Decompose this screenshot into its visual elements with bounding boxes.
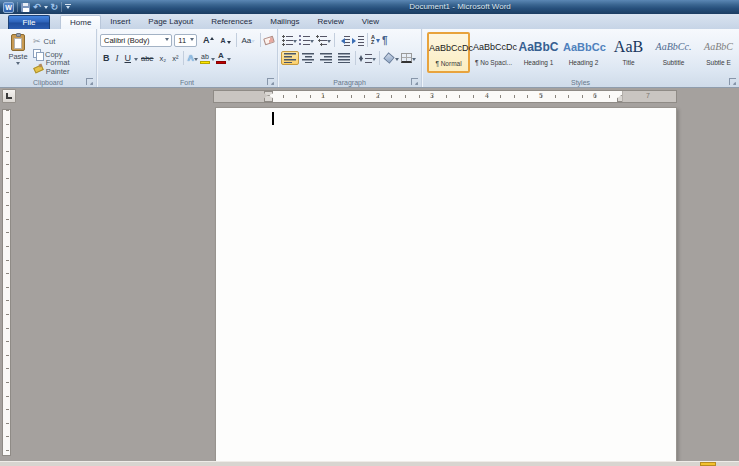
style-normal[interactable]: AaBbCcDc ¶ Normal	[427, 32, 470, 73]
tab-review[interactable]: Review	[309, 15, 353, 29]
tab-mailings[interactable]: Mailings	[261, 15, 308, 29]
show-hide-paragraph-button[interactable]: ¶	[381, 34, 389, 47]
cut-button[interactable]: ✂ Cut	[33, 35, 94, 47]
text-caret	[272, 112, 274, 125]
tab-page-layout[interactable]: Page Layout	[139, 15, 202, 29]
tab-home[interactable]: Home	[60, 15, 101, 29]
increase-indent-button[interactable]	[351, 34, 365, 47]
ribbon-tab-row: File Home Insert Page Layout References …	[0, 14, 739, 29]
format-painter-button[interactable]: Format Painter	[33, 61, 94, 73]
styles-group-label: Styles	[422, 79, 739, 86]
superscript-button[interactable]: x²	[169, 51, 181, 65]
shading-icon	[383, 52, 394, 63]
clear-formatting-button[interactable]	[263, 36, 275, 45]
chevron-down-icon	[190, 38, 194, 43]
shading-button[interactable]	[382, 52, 400, 64]
clipboard-group: Paste ✂ Cut Copy Format Painter Clipboar…	[0, 29, 97, 87]
vertical-ruler	[2, 109, 11, 456]
change-case-button[interactable]: Aa	[238, 33, 258, 47]
document-area	[0, 106, 739, 461]
italic-button[interactable]: I	[113, 51, 122, 65]
line-spacing-icon	[359, 53, 372, 64]
ruler-text-area: 1 2 3 4 5 6	[269, 91, 622, 102]
font-size-select[interactable]: 11	[174, 34, 197, 47]
style-heading-2[interactable]: AaBbCc Heading 2	[562, 32, 605, 73]
customize-qat-icon[interactable]	[65, 4, 71, 11]
font-color-icon: A	[218, 52, 224, 60]
tab-references[interactable]: References	[202, 15, 261, 29]
text-effects-button[interactable]: A	[186, 52, 199, 64]
chevron-down-icon	[194, 58, 198, 63]
font-name-value: Calibri (Body)	[104, 36, 149, 45]
divider	[334, 33, 335, 47]
tab-insert[interactable]: Insert	[101, 15, 139, 29]
word-window: W ↶ ↻ Document1 - Microsoft Word File Ho…	[0, 0, 739, 466]
cut-icon: ✂	[33, 37, 41, 46]
ruler-number: 4	[485, 92, 489, 99]
window-title: Document1 - Microsoft Word	[180, 2, 739, 11]
clipboard-group-label: Clipboard	[0, 79, 96, 86]
borders-icon	[401, 53, 412, 63]
font-dialog-launcher-icon[interactable]	[267, 78, 274, 85]
style-title[interactable]: AaB Title	[607, 32, 650, 73]
subscript-button[interactable]: x₂	[157, 51, 170, 65]
document-page[interactable]	[215, 107, 677, 461]
grow-caret-icon	[210, 35, 214, 40]
tab-stop-selector[interactable]	[2, 89, 16, 103]
save-icon[interactable]	[21, 3, 30, 12]
justify-icon	[338, 53, 350, 63]
style-heading-1[interactable]: AaBbC Heading 1	[517, 32, 560, 73]
redo-icon[interactable]: ↻	[51, 2, 59, 12]
style-subtitle[interactable]: AaBbCc. Subtitle	[652, 32, 695, 73]
style-subtle-emphasis[interactable]: AaBbC Subtle E	[697, 32, 739, 73]
chevron-down-icon	[327, 40, 331, 45]
tab-file[interactable]: File	[8, 15, 50, 29]
multilevel-list-button[interactable]	[315, 34, 332, 47]
divider	[367, 33, 368, 47]
chevron-down-icon	[251, 40, 255, 45]
paste-label: Paste	[8, 52, 27, 61]
paragraph-dialog-launcher-icon[interactable]	[411, 78, 418, 85]
font-group: Calibri (Body) 11 A A Aa B I U abe x₂ x²	[97, 29, 278, 87]
font-color-button[interactable]: A	[215, 51, 227, 65]
highlight-button[interactable]: ab	[199, 52, 211, 65]
strikethrough-button[interactable]: abe	[138, 51, 157, 65]
undo-icon[interactable]: ↶	[33, 2, 41, 12]
sort-button[interactable]: AZ	[370, 34, 381, 46]
font-color-dropdown-icon[interactable]	[227, 58, 231, 63]
ribbon: Paste ✂ Cut Copy Format Painter Clipboar…	[0, 29, 739, 88]
tab-view[interactable]: View	[353, 15, 388, 29]
taskbar-notification-icon[interactable]	[700, 462, 716, 466]
align-left-button[interactable]	[281, 51, 299, 65]
decrease-indent-icon	[338, 35, 350, 46]
format-painter-icon	[33, 62, 43, 72]
chevron-down-icon	[412, 58, 416, 63]
paste-dropdown-icon[interactable]	[16, 62, 20, 67]
styles-dialog-launcher-icon[interactable]	[729, 78, 736, 85]
undo-dropdown-icon[interactable]	[44, 6, 48, 11]
numbering-button[interactable]	[298, 34, 315, 47]
divider	[355, 51, 356, 65]
bold-button[interactable]: B	[100, 51, 113, 65]
align-right-button[interactable]	[317, 51, 335, 65]
shrink-font-button[interactable]: A	[217, 33, 233, 47]
bullets-button[interactable]	[281, 34, 298, 47]
ruler-zone: 1 2 3 4 5 6 7	[0, 88, 739, 106]
font-name-select[interactable]: Calibri (Body)	[100, 34, 172, 47]
align-center-button[interactable]	[299, 51, 317, 65]
clipboard-dialog-launcher-icon[interactable]	[86, 78, 93, 85]
line-spacing-button[interactable]	[358, 52, 377, 65]
decrease-indent-button[interactable]	[337, 34, 351, 47]
underline-button[interactable]: U	[122, 51, 135, 65]
justify-button[interactable]	[335, 51, 353, 65]
borders-button[interactable]	[400, 52, 417, 64]
word-logo-icon[interactable]: W	[3, 2, 14, 13]
sort-arrow-icon	[376, 39, 380, 45]
paste-button[interactable]: Paste	[3, 32, 33, 74]
paragraph-group: AZ ¶ Paragraph	[278, 29, 422, 87]
taskbar-sliver	[0, 461, 739, 466]
style-no-spacing[interactable]: AaBbCcDc ¶ No Spaci...	[472, 32, 515, 73]
divider	[183, 51, 184, 65]
grow-font-button[interactable]: A	[200, 33, 218, 47]
ruler-number: 1	[321, 92, 325, 99]
